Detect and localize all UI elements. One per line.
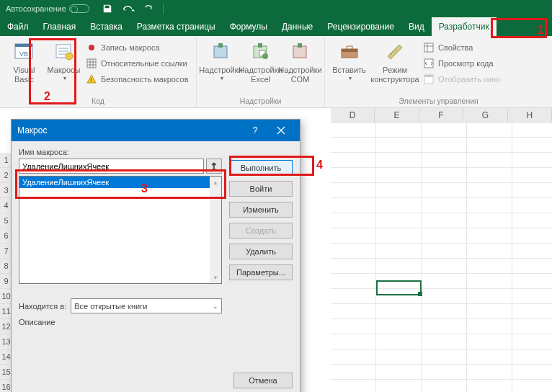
insert-control-button[interactable]: Вставить▾ bbox=[329, 37, 369, 95]
cell[interactable] bbox=[467, 289, 512, 304]
tab-formulas[interactable]: Формулы bbox=[223, 17, 275, 36]
cell[interactable] bbox=[422, 274, 467, 289]
cell[interactable] bbox=[422, 228, 467, 244]
cell[interactable] bbox=[512, 138, 552, 153]
dialog-titlebar[interactable]: Макрос ? bbox=[12, 120, 300, 141]
help-button[interactable]: ? bbox=[242, 120, 268, 141]
cell[interactable] bbox=[422, 122, 467, 138]
cancel-button[interactable]: Отмена bbox=[233, 373, 293, 388]
cell[interactable] bbox=[376, 138, 422, 153]
macro-security-button[interactable]: ! Безопасность макросов bbox=[84, 72, 192, 86]
properties-button[interactable]: Свойства bbox=[421, 40, 515, 55]
cell[interactable] bbox=[376, 153, 422, 168]
cell[interactable] bbox=[422, 349, 467, 365]
tab-developer[interactable]: Разработчик bbox=[432, 17, 497, 36]
col-header[interactable]: H bbox=[508, 108, 552, 122]
cell[interactable] bbox=[331, 319, 376, 334]
cell[interactable] bbox=[467, 380, 512, 392]
record-macro-button[interactable]: Запись макроса bbox=[84, 40, 192, 55]
cell[interactable] bbox=[422, 289, 467, 304]
col-header[interactable]: F bbox=[419, 108, 463, 122]
close-button[interactable] bbox=[268, 120, 294, 141]
cell[interactable] bbox=[512, 380, 552, 392]
col-header[interactable]: E bbox=[375, 108, 419, 122]
tab-home[interactable]: Главная bbox=[36, 17, 84, 36]
col-header[interactable]: G bbox=[463, 108, 507, 122]
cell[interactable] bbox=[467, 138, 512, 153]
cell[interactable] bbox=[331, 274, 376, 289]
cell[interactable] bbox=[331, 153, 376, 168]
cell[interactable] bbox=[376, 365, 422, 380]
tab-review[interactable]: Рецензирование bbox=[320, 17, 401, 36]
location-select[interactable]: Все открытые книги ⌄ bbox=[71, 298, 222, 313]
cell[interactable] bbox=[376, 213, 422, 228]
cell[interactable] bbox=[512, 183, 552, 198]
cell[interactable] bbox=[467, 349, 512, 365]
cell[interactable] bbox=[512, 244, 552, 259]
cell[interactable] bbox=[467, 183, 512, 198]
options-button[interactable]: Параметры... bbox=[229, 264, 293, 280]
cell[interactable] bbox=[467, 244, 512, 259]
cell[interactable] bbox=[422, 319, 467, 334]
edit-button[interactable]: Изменить bbox=[229, 202, 293, 218]
tab-page-layout[interactable]: Разметка страницы bbox=[130, 17, 223, 36]
cell[interactable] bbox=[467, 259, 512, 274]
cell[interactable] bbox=[331, 380, 376, 392]
active-cell[interactable] bbox=[376, 280, 422, 295]
cell[interactable] bbox=[422, 244, 467, 259]
cell[interactable] bbox=[331, 365, 376, 380]
cell[interactable] bbox=[512, 289, 552, 304]
cell[interactable] bbox=[331, 168, 376, 183]
cell[interactable] bbox=[331, 334, 376, 349]
cell[interactable] bbox=[467, 334, 512, 349]
cell[interactable] bbox=[422, 168, 467, 183]
cell[interactable] bbox=[512, 213, 552, 228]
save-icon[interactable] bbox=[102, 4, 112, 14]
cell[interactable] bbox=[376, 380, 422, 392]
cell[interactable] bbox=[376, 259, 422, 274]
cell[interactable] bbox=[512, 259, 552, 274]
cell[interactable] bbox=[512, 168, 552, 183]
cell[interactable] bbox=[512, 365, 552, 380]
cell[interactable] bbox=[422, 198, 467, 213]
cell[interactable] bbox=[467, 153, 512, 168]
cell[interactable] bbox=[422, 213, 467, 228]
cell[interactable] bbox=[331, 304, 376, 319]
cell[interactable] bbox=[376, 122, 422, 138]
cell[interactable] bbox=[422, 334, 467, 349]
cell[interactable] bbox=[467, 228, 512, 244]
undo-icon[interactable] bbox=[121, 4, 135, 14]
cell[interactable] bbox=[512, 349, 552, 365]
cell[interactable] bbox=[467, 198, 512, 213]
view-code-button[interactable]: Просмотр кода bbox=[421, 56, 515, 71]
cell[interactable] bbox=[331, 228, 376, 244]
cell[interactable] bbox=[331, 259, 376, 274]
addins-button[interactable]: Надстройки▾ bbox=[201, 37, 241, 95]
delete-button[interactable]: Удалить bbox=[229, 244, 293, 259]
cell[interactable] bbox=[512, 334, 552, 349]
cell[interactable] bbox=[331, 213, 376, 228]
tab-file[interactable]: Файл bbox=[0, 17, 36, 36]
com-addins-button[interactable]: Надстройки COM bbox=[280, 37, 320, 95]
cell[interactable] bbox=[422, 365, 467, 380]
cell[interactable] bbox=[512, 274, 552, 289]
tab-view[interactable]: Вид bbox=[401, 17, 432, 36]
cell[interactable] bbox=[512, 122, 552, 138]
cell[interactable] bbox=[422, 380, 467, 392]
relative-refs-button[interactable]: Относительные ссылки bbox=[84, 56, 192, 71]
cell[interactable] bbox=[331, 349, 376, 365]
cell[interactable] bbox=[331, 122, 376, 138]
cell[interactable] bbox=[422, 153, 467, 168]
cell[interactable] bbox=[422, 183, 467, 198]
scroll-down-icon[interactable]: ▼ bbox=[210, 272, 221, 283]
cell[interactable] bbox=[512, 304, 552, 319]
cell[interactable] bbox=[376, 244, 422, 259]
cell[interactable] bbox=[331, 183, 376, 198]
cell[interactable] bbox=[376, 349, 422, 365]
cell[interactable] bbox=[512, 198, 552, 213]
cell[interactable] bbox=[331, 289, 376, 304]
cell[interactable] bbox=[376, 198, 422, 213]
design-mode-button[interactable]: Режим конструктора bbox=[369, 37, 421, 95]
cell[interactable] bbox=[467, 319, 512, 334]
tab-insert[interactable]: Вставка bbox=[83, 17, 130, 36]
